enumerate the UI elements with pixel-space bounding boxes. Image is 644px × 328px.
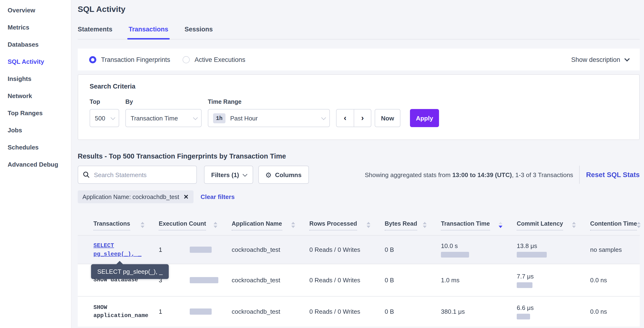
commit-latency-bar: [517, 252, 547, 257]
commit-latency-cell: 6.6 μs: [517, 299, 590, 324]
transaction-link[interactable]: SELECTpg_sleep(_), _: [94, 242, 142, 257]
time-range-label: Time Range: [208, 99, 330, 105]
top-label: Top: [90, 99, 119, 105]
sidebar-item-network[interactable]: Network: [0, 88, 71, 105]
sql-activity-page: OverviewMetricsDatabasesSQL ActivityInsi…: [0, 0, 644, 328]
sidebar-item-overview[interactable]: Overview: [0, 2, 71, 19]
commit-latency-cell: 7.7 μs: [517, 268, 590, 293]
sort-icon[interactable]: [366, 220, 370, 228]
sort-icon[interactable]: [572, 220, 576, 228]
next-time-range-button[interactable]: ›: [354, 110, 371, 127]
sidebar-item-top-ranges[interactable]: Top Ranges: [0, 105, 71, 122]
column-label: Transaction Time: [441, 220, 490, 230]
radio-transaction-fingerprints[interactable]: Transaction Fingerprints: [89, 56, 170, 63]
sidebar-item-sql-activity[interactable]: SQL Activity: [0, 53, 71, 70]
application-name-cell: cockroachdb_test: [232, 303, 309, 320]
radio-label: Transaction Fingerprints: [101, 56, 170, 63]
tab-bar: StatementsTransactionsSessions: [78, 26, 640, 39]
commit-latency-value: 7.7 μs: [517, 273, 534, 280]
application-name-cell: cockroachdb_test: [232, 241, 309, 258]
application-name-cell: cockroachdb_test: [232, 272, 309, 289]
column-header-bytes-read[interactable]: Bytes Read: [385, 215, 441, 235]
transaction-cell: SELECTpg_sleep(_), _: [94, 236, 159, 263]
transaction-time-value: 10.0 s: [441, 242, 458, 249]
by-select[interactable]: Transaction Time: [125, 109, 202, 127]
column-header-transactions[interactable]: Transactions: [94, 215, 159, 235]
sort-down-icon: [140, 226, 144, 228]
chevron-down-icon: [321, 115, 326, 120]
column-header-application-name[interactable]: Application Name: [232, 215, 309, 235]
execution-count-value: 1: [159, 246, 190, 253]
sidebar-item-schedules[interactable]: Schedules: [0, 139, 71, 156]
sidebar-item-insights[interactable]: Insights: [0, 70, 71, 88]
sort-icon[interactable]: [423, 220, 427, 228]
sort-icon[interactable]: [214, 220, 217, 228]
transaction-time-cell: 1.0 ms: [441, 272, 517, 289]
sidebar-item-databases[interactable]: Databases: [0, 36, 71, 53]
by-label: By: [125, 99, 202, 105]
top-select[interactable]: 500: [90, 109, 119, 127]
now-button[interactable]: Now: [375, 109, 400, 127]
tab-sessions[interactable]: Sessions: [184, 26, 213, 39]
divider: [580, 166, 580, 184]
by-group: By Transaction Time: [125, 99, 202, 127]
top-select-value: 500: [95, 115, 105, 122]
apply-button[interactable]: Apply: [410, 109, 439, 127]
execution-count-bar: [190, 277, 218, 283]
filters-button[interactable]: Filters (1): [204, 166, 253, 184]
column-header-transaction-time[interactable]: Transaction Time: [441, 215, 517, 235]
search-criteria-panel: Search Criteria Top 500 By Transaction T…: [78, 74, 640, 140]
clear-filters-link[interactable]: Clear filters: [201, 193, 235, 200]
contention-time-cell: 0.0 ns: [590, 303, 640, 320]
column-header-rows-processed[interactable]: Rows Processed: [309, 215, 385, 235]
search-criteria-heading: Search Criteria: [90, 83, 628, 90]
sidebar-item-advanced-debug[interactable]: Advanced Debug: [0, 156, 71, 173]
show-description-toggle[interactable]: Show description: [571, 56, 628, 63]
column-header-execution-count[interactable]: Execution Count: [159, 215, 232, 235]
search-statements-input[interactable]: [94, 171, 192, 178]
transaction-time-bar: [441, 252, 469, 257]
columns-button[interactable]: ⚙ Columns: [258, 166, 309, 184]
page-title: SQL Activity: [78, 5, 640, 14]
radio-label: Active Executions: [194, 56, 245, 63]
sort-icon[interactable]: [498, 220, 502, 228]
previous-time-range-button[interactable]: ‹: [336, 110, 354, 127]
reset-sql-stats-link[interactable]: Reset SQL Stats: [586, 171, 640, 178]
sort-icon[interactable]: [291, 220, 295, 228]
filter-chip: Application Name: cockroachdb_test ✕: [78, 190, 194, 203]
radio-active-executions[interactable]: Active Executions: [182, 56, 245, 63]
execution-count-value: 1: [159, 308, 190, 315]
gear-icon: ⚙: [265, 171, 272, 178]
execution-count-cell: 3: [159, 272, 232, 289]
column-header-commit-latency[interactable]: Commit Latency: [517, 215, 590, 235]
chevron-down-icon: [110, 115, 115, 120]
by-select-value: Transaction Time: [130, 115, 178, 122]
column-label: Rows Processed: [309, 220, 357, 230]
table-row: SHOWapplication_name1cockroachdb_test0 R…: [78, 296, 640, 327]
sort-down-icon: [498, 226, 502, 228]
aggregated-stats-text: Showing aggregated stats from 13:00 to 1…: [365, 171, 573, 178]
sort-icon[interactable]: [140, 220, 144, 228]
table-header-row: TransactionsExecution CountApplication N…: [78, 215, 640, 235]
column-header-contention-time[interactable]: Contention Time: [590, 215, 644, 235]
columns-label: Columns: [275, 171, 302, 178]
time-range-select[interactable]: 1h Past Hour: [208, 109, 330, 127]
chevron-right-icon: ›: [361, 113, 364, 123]
chevron-down-icon: [242, 172, 247, 176]
sort-icon[interactable]: [637, 220, 641, 228]
sidebar-item-metrics[interactable]: Metrics: [0, 19, 71, 36]
view-toggle-bar: Transaction Fingerprints Active Executio…: [78, 49, 640, 70]
transaction-cell: SHOWapplication_name: [94, 299, 159, 325]
sort-up-icon: [366, 222, 370, 224]
close-icon[interactable]: ✕: [184, 193, 189, 200]
sort-up-icon: [214, 222, 217, 224]
execution-count-cell: 1: [159, 303, 232, 320]
filters-label: Filters (1): [211, 171, 239, 178]
column-label: Contention Time: [590, 220, 637, 230]
time-range-arrows: ‹ ›: [336, 109, 371, 127]
tab-transactions[interactable]: Transactions: [129, 26, 168, 39]
sidebar-item-jobs[interactable]: Jobs: [0, 122, 71, 139]
chevron-left-icon: ‹: [344, 113, 346, 123]
tab-statements[interactable]: Statements: [78, 26, 112, 39]
sort-down-icon: [572, 226, 576, 228]
